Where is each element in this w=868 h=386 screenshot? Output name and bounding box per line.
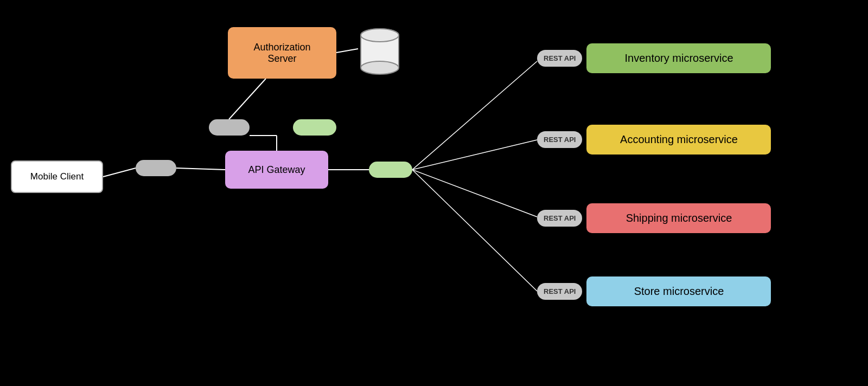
store-label: Store microservice — [634, 285, 724, 297]
svg-line-1 — [176, 168, 225, 170]
svg-point-16 — [361, 61, 399, 74]
store-row: REST API Store microservice — [537, 276, 771, 306]
diagram-container: Mobile Client AuthorizationServer API Ga… — [0, 0, 868, 386]
pill-gray-1 — [209, 119, 250, 136]
api-gateway-label: API Gateway — [248, 164, 305, 176]
inventory-microservice-box: Inventory microservice — [586, 43, 771, 73]
svg-line-5 — [336, 49, 358, 53]
accounting-row: REST API Accounting microservice — [537, 125, 771, 155]
svg-point-17 — [361, 29, 399, 42]
mobile-client-box: Mobile Client — [11, 160, 103, 193]
mobile-client-label: Mobile Client — [30, 171, 84, 182]
inventory-label: Inventory microservice — [624, 52, 733, 64]
svg-line-11 — [412, 170, 537, 291]
pill-green-2 — [369, 162, 412, 178]
shipping-row: REST API Shipping microservice — [537, 203, 771, 233]
inventory-row: REST API Inventory microservice — [537, 43, 771, 73]
accounting-rest-api-badge: REST API — [537, 131, 582, 148]
accounting-microservice-box: Accounting microservice — [586, 125, 771, 155]
svg-line-9 — [412, 140, 537, 170]
store-microservice-box: Store microservice — [586, 276, 771, 306]
accounting-label: Accounting microservice — [620, 133, 738, 145]
pill-green-1 — [293, 119, 336, 136]
store-rest-api-badge: REST API — [537, 283, 582, 300]
auth-server-label: AuthorizationServer — [253, 42, 310, 65]
database-icon — [358, 27, 401, 76]
pill-gray-2 — [136, 160, 176, 176]
svg-line-10 — [412, 170, 537, 217]
shipping-rest-api-badge: REST API — [537, 210, 582, 227]
auth-server-box: AuthorizationServer — [228, 27, 336, 79]
inventory-rest-api-badge: REST API — [537, 50, 582, 67]
svg-line-4 — [229, 79, 266, 119]
api-gateway-box: API Gateway — [225, 151, 328, 189]
svg-line-8 — [412, 61, 537, 170]
shipping-microservice-box: Shipping microservice — [586, 203, 771, 233]
shipping-label: Shipping microservice — [626, 212, 732, 224]
svg-line-0 — [103, 168, 136, 177]
